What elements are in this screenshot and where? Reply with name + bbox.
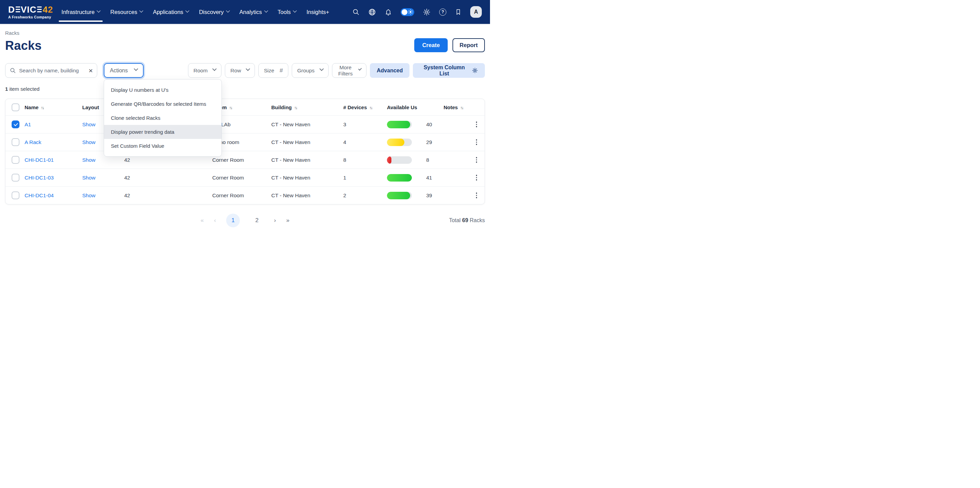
previous-page-icon[interactable]: ‹: [214, 217, 216, 224]
user-avatar[interactable]: A: [470, 6, 482, 18]
globe-icon[interactable]: [368, 8, 376, 16]
column-header-building[interactable]: Building: [271, 105, 343, 110]
create-button[interactable]: Create: [414, 38, 447, 52]
layout-show-link[interactable]: Show: [82, 192, 124, 199]
devices-cell: 4: [343, 139, 387, 145]
size-cell: 42: [124, 175, 212, 181]
actions-dropdown-button[interactable]: Actions: [104, 63, 144, 78]
room-cell: LAb: [221, 121, 271, 128]
row-actions-kebab-icon[interactable]: [474, 191, 479, 200]
availability-bar: [387, 138, 412, 146]
row-checkbox[interactable]: [11, 121, 19, 128]
chevron-down-icon: [226, 8, 230, 12]
breadcrumb[interactable]: Racks: [5, 30, 41, 36]
menu-item-clone-selected-racks[interactable]: Clone selected Racks: [104, 111, 221, 125]
toggle-knob: [402, 9, 407, 15]
notifications-bell-icon[interactable]: [385, 8, 392, 16]
table-row: A Rack Show S demo room CT - New Haven 4…: [5, 133, 485, 151]
search-input[interactable]: [19, 68, 86, 74]
nav-item-tools[interactable]: Tools: [278, 0, 296, 24]
nav-item-applications[interactable]: Applications: [153, 0, 189, 24]
report-button[interactable]: Report: [452, 38, 485, 52]
search-icon[interactable]: [352, 8, 360, 16]
device42-logo[interactable]: DVIC42 A Freshworks Company: [8, 5, 53, 19]
nav-item-discovery[interactable]: Discovery: [199, 0, 229, 24]
page-1-button[interactable]: 1: [226, 214, 240, 227]
filter-size[interactable]: Size#: [258, 63, 288, 78]
filter-row[interactable]: Row: [225, 63, 255, 78]
chevron-down-icon: [212, 67, 217, 71]
pagination-row: « ‹ 1 2 › » Total 69 Racks: [5, 213, 485, 227]
menu-item-set-custom-field[interactable]: Set Custom Field Value: [104, 139, 221, 153]
chevron-down-icon: [97, 8, 101, 12]
system-column-list-button[interactable]: System Column List: [413, 63, 485, 78]
menu-item-display-power-trending[interactable]: Display power trending data: [104, 125, 221, 139]
row-actions-kebab-icon[interactable]: [474, 138, 479, 146]
filter-more-filters[interactable]: More Filters: [332, 63, 366, 78]
available-us-cell: 8: [387, 156, 444, 164]
table-row: CHI-DC1-01 Show 42 Corner Room CT - New …: [5, 151, 485, 168]
chevron-down-icon: [139, 8, 143, 12]
row-actions-kebab-icon[interactable]: [474, 173, 479, 182]
rack-name-link[interactable]: CHI-DC1-04: [25, 192, 82, 199]
racks-table: Name Layout Room Building # Devices Avai…: [5, 99, 485, 204]
nav-item-analytics[interactable]: Analytics: [240, 0, 267, 24]
row-actions-kebab-icon[interactable]: [474, 156, 479, 164]
chevron-down-icon: [185, 8, 189, 12]
rack-name-link[interactable]: CHI-DC1-01: [25, 157, 82, 163]
top-navigation: DVIC42 A Freshworks Company Infrastructu…: [0, 0, 490, 24]
first-page-icon[interactable]: «: [200, 217, 204, 224]
row-checkbox[interactable]: [11, 156, 19, 164]
nav-item-insights[interactable]: Insights+: [306, 0, 329, 24]
rack-name-link[interactable]: A1: [25, 121, 82, 128]
bookmarks-icon[interactable]: [455, 8, 462, 16]
column-header-notes[interactable]: Notes: [444, 105, 471, 110]
brand-42: 42: [43, 5, 53, 14]
table-row: CHI-DC1-03 Show 42 Corner Room CT - New …: [5, 168, 485, 186]
total-racks-label: Total 69 Racks: [449, 218, 485, 224]
select-all-checkbox[interactable]: [11, 103, 19, 111]
pagination: « ‹ 1 2 › »: [200, 214, 290, 227]
filter-groups[interactable]: Groups: [292, 63, 329, 78]
availability-bar: [387, 121, 412, 128]
search-box: ×: [5, 63, 97, 78]
row-actions-kebab-icon[interactable]: [474, 120, 479, 129]
filter-room[interactable]: Room: [188, 63, 221, 78]
building-cell: CT - New Haven: [271, 157, 343, 163]
nav-item-resources[interactable]: Resources: [110, 0, 143, 24]
column-header-available-us: Available Us: [387, 105, 444, 110]
rack-name-link[interactable]: CHI-DC1-03: [25, 175, 82, 181]
next-page-icon[interactable]: ›: [274, 217, 276, 224]
layout-show-link[interactable]: Show: [82, 175, 124, 181]
main-menu: Infrastructure Resources Applications Di…: [61, 0, 329, 24]
row-checkbox[interactable]: [11, 174, 19, 181]
brand-tagline: A Freshworks Company: [8, 15, 53, 19]
table-row: CHI-DC1-04 Show 42 Corner Room CT - New …: [5, 186, 485, 204]
advanced-button[interactable]: Advanced: [370, 63, 409, 78]
chevron-down-icon: [320, 67, 324, 71]
gear-icon: [472, 67, 478, 74]
rack-name-link[interactable]: A Rack: [25, 139, 82, 145]
settings-gear-icon[interactable]: [423, 8, 431, 16]
last-page-icon[interactable]: »: [286, 217, 290, 224]
menu-item-generate-qr-barcodes[interactable]: Generate QR/Barcodes for selected Items: [104, 97, 221, 111]
chevron-down-icon: [134, 67, 138, 71]
help-icon[interactable]: ?: [439, 8, 446, 16]
selection-status: 1 item selected: [5, 86, 485, 92]
nav-item-infrastructure[interactable]: Infrastructure: [61, 0, 100, 24]
chevron-down-icon: [264, 8, 268, 12]
page-2-button[interactable]: 2: [250, 217, 264, 224]
row-checkbox[interactable]: [11, 191, 19, 199]
availability-bar: [387, 192, 412, 199]
menu-item-display-u-numbers[interactable]: Display U numbers at U's: [104, 83, 221, 97]
row-checkbox[interactable]: [11, 138, 19, 146]
clear-search-icon[interactable]: ×: [89, 67, 93, 74]
page-title: Racks: [5, 38, 41, 53]
theme-toggle[interactable]: [401, 8, 414, 16]
available-us-cell: 29: [387, 138, 444, 146]
column-header-devices[interactable]: # Devices: [343, 105, 387, 110]
available-us-cell: 40: [387, 121, 444, 128]
hash-icon: #: [280, 67, 283, 74]
layout-show-link[interactable]: Show: [82, 157, 124, 163]
column-header-name[interactable]: Name: [25, 105, 82, 110]
